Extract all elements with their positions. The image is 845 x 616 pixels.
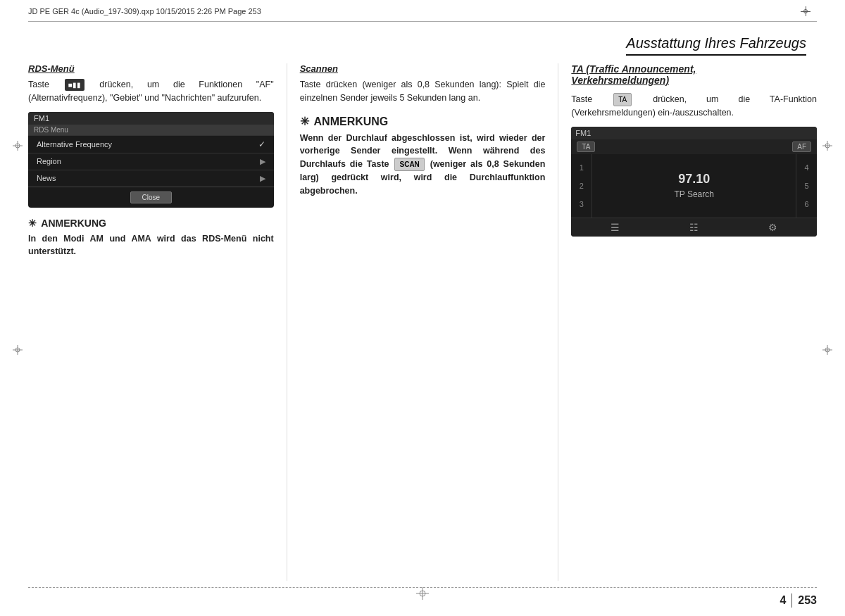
page-num-left: 4 [780, 594, 786, 607]
scannen-section-title: Scannen [300, 63, 546, 74]
ta-screen-mockup: FM1 TA AF 1 2 3 97.10 TP Search [571, 127, 817, 237]
ta-left-numbers: 1 2 3 [571, 154, 592, 218]
ta-num-5: 5 [799, 182, 814, 190]
rds-body-text: Taste ■▮▮ drücken, um die Funktionen "AF… [28, 78, 274, 105]
screen-item-news: News ▶ [28, 170, 274, 187]
screen-fm-label: FM1 [28, 112, 274, 125]
arrow-right-icon: ▶ [260, 157, 265, 166]
af-badge: AF [792, 142, 811, 152]
col-ta: TA (Traffic Announcement,Verkehrsmeldung… [558, 63, 817, 581]
content-area: RDS-Menü Taste ■▮▮ drücken, um die Funkt… [28, 63, 817, 581]
margin-crosshair-right-bottom [822, 345, 832, 355]
rds-menu-button: ■▮▮ [65, 79, 84, 91]
ta-num-1: 1 [574, 163, 589, 172]
ta-icon-menu: ☷ [689, 222, 699, 233]
ta-badge: TA [577, 142, 595, 152]
screen-item-alternative-frequency: Alternative Frequency ✓ [28, 135, 274, 153]
page-title-area: Ausstattung Ihres Fahrzeugs [626, 35, 806, 56]
ta-frequency: 97.10 [678, 172, 710, 187]
bottom-crosshair-icon [416, 587, 429, 602]
ta-fm-label: FM1 [575, 129, 591, 137]
ta-top-bar: FM1 [571, 127, 817, 139]
ta-icon-settings: ⚙ [768, 222, 777, 233]
margin-crosshair-left-top [13, 141, 23, 151]
header-crosshair-icon [800, 6, 811, 17]
rds-note-title: ✳ ANMERKUNG [28, 218, 274, 229]
footer-right: 4 253 [780, 593, 817, 608]
arrow-right-icon-2: ▶ [260, 174, 265, 183]
rds-note: ✳ ANMERKUNG In den Modi AM und AMA wird … [28, 218, 274, 259]
ta-num-2: 2 [574, 182, 589, 190]
ta-search-text: TP Search [674, 189, 713, 199]
scannen-note: ✳ ANMERKUNG Wenn der Durchlauf abgeschlo… [300, 115, 546, 198]
col-rds-menu: RDS-Menü Taste ■▮▮ drücken, um die Funkt… [28, 63, 287, 581]
ta-section-title: TA (Traffic Announcement,Verkehrsmeldung… [571, 63, 817, 86]
ta-num-4: 4 [799, 163, 814, 172]
ta-icon-list: ☰ [611, 222, 620, 233]
ta-num-3: 3 [574, 200, 589, 208]
ta-right-numbers: 4 5 6 [796, 154, 817, 218]
title-underline [626, 54, 806, 56]
check-icon: ✓ [258, 139, 265, 149]
margin-crosshair-right-top [822, 141, 832, 151]
ta-num-6: 6 [799, 200, 814, 208]
scannen-body-text: Taste drücken (weniger als 0,8 Sekunden … [300, 78, 546, 105]
header-bar: JD PE GER 4c (Audio_197-309).qxp 10/15/2… [28, 6, 817, 22]
ta-button: TA [613, 93, 632, 106]
rds-section-title: RDS-Menü [28, 63, 274, 74]
ta-bottom-bar: ☰ ☷ ⚙ [571, 218, 817, 237]
scan-button: SCAN [394, 158, 424, 171]
screen-menu-label: RDS Menu [28, 125, 274, 135]
ta-body-text: Taste TA drücken, um die TA-Funktion (Ve… [571, 93, 817, 120]
asterisk-icon-2: ✳ [300, 115, 309, 127]
file-info: JD PE GER 4c (Audio_197-309).qxp 10/15/2… [28, 7, 794, 15]
rds-screen-mockup: FM1 RDS Menu Alternative Frequency ✓ Reg… [28, 112, 274, 208]
rds-note-text: In den Modi AM und AMA wird das RDS-Menü… [28, 232, 274, 259]
col-scannen: Scannen Taste drücken (weniger als 0,8 S… [287, 63, 558, 581]
scannen-note-text: Wenn der Durchlauf abgeschlossen ist, wi… [300, 132, 546, 198]
page-title: Ausstattung Ihres Fahrzeugs [626, 35, 806, 51]
asterisk-icon: ✳ [28, 218, 37, 229]
screen-close-btn[interactable]: Close [28, 187, 274, 208]
page-divider [791, 593, 792, 608]
scannen-note-title: ✳ ANMERKUNG [300, 115, 546, 128]
screen-item-region: Region ▶ [28, 153, 274, 170]
page-num-right: 253 [798, 594, 817, 607]
ta-center: 97.10 TP Search [592, 154, 796, 218]
ta-main-area: 1 2 3 97.10 TP Search 4 5 6 ☰ [571, 154, 817, 237]
margin-crosshair-left-bottom [13, 345, 23, 355]
ta-grid: 1 2 3 97.10 TP Search 4 5 6 [571, 154, 817, 218]
